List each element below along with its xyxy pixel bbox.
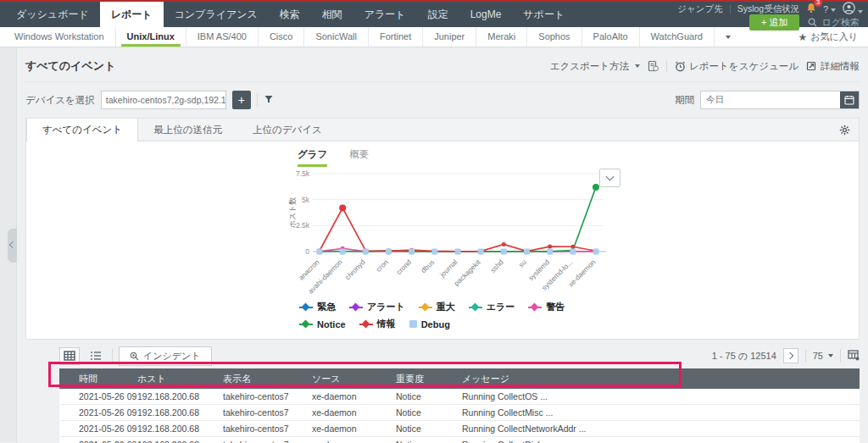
log-search-button[interactable]: ログ検索 [808, 16, 863, 29]
device-type-tab[interactable]: Unix/Linux [116, 27, 186, 47]
top-nav-item[interactable]: 検索 [269, 2, 311, 27]
device-type-tab[interactable]: WatchGuard [640, 27, 715, 47]
schedule-report-button[interactable]: レポートをスケジュール [675, 60, 798, 73]
add-device-button[interactable]: + [232, 91, 251, 109]
top-nav-item[interactable]: LogMe [459, 2, 513, 27]
add-button[interactable]: + 追加 [749, 14, 799, 30]
legend-item[interactable]: 警告 [528, 301, 565, 313]
chevron-down-icon [831, 8, 836, 12]
table-cell: 2021-05-26 09:12:22 [79, 440, 137, 443]
device-select-input[interactable]: takehiro-centos7,2g-sdp,192.168.83.2( [101, 91, 226, 109]
device-type-tab[interactable]: Windows Workstation [3, 27, 116, 47]
device-type-tab[interactable]: PaloAlto [582, 27, 640, 47]
legend-item[interactable]: エラー [469, 301, 515, 313]
device-type-tab[interactable]: Sophos [527, 27, 581, 47]
legend-item[interactable]: 情報 [359, 318, 396, 330]
legend-marker [409, 320, 417, 328]
table-cell: Notice [396, 391, 462, 401]
calendar-button[interactable] [840, 91, 859, 108]
table-header-cell[interactable]: 時間 [79, 373, 137, 385]
divider [805, 349, 806, 363]
table-cell: 2021-05-26 09:12:22 [79, 424, 137, 434]
chevron-down-icon [635, 64, 640, 68]
top-nav-item[interactable]: ダッシュボード [5, 2, 100, 27]
view-tab[interactable]: 最上位の送信元 [138, 119, 237, 141]
svg-text:5k: 5k [302, 196, 310, 204]
jump-to-link[interactable]: ジャンプ先 [677, 3, 722, 15]
legend-item[interactable]: Debug [409, 318, 450, 330]
legend-item[interactable]: Notice [299, 318, 346, 330]
svg-text:ホスト数: ホスト数 [288, 197, 297, 229]
table-header-cell[interactable]: メッセージ [462, 373, 860, 385]
top-nav-item[interactable]: アラート [353, 2, 417, 27]
table-header-cell[interactable]: 重要度 [396, 373, 462, 385]
table-cell: Notice [396, 407, 462, 418]
divider [840, 349, 841, 363]
divider [257, 93, 258, 107]
device-type-tab[interactable]: Fortinet [369, 27, 423, 47]
device-type-tab[interactable]: IBM AS/400 [186, 27, 259, 47]
legend-marker-dot [302, 302, 310, 311]
table-row[interactable]: 2021-05-26 09:12:22192.168.200.68takehir… [59, 389, 860, 405]
export-file-icon[interactable] [648, 60, 659, 72]
divider [25, 81, 860, 82]
device-select-label: デバイスを選択 [25, 94, 95, 107]
tab-summary[interactable]: 概要 [349, 148, 369, 167]
table-cell: takehiro-centos7 [223, 391, 312, 401]
notification-bell-icon[interactable]: 3 [806, 3, 816, 15]
filter-funnel-icon[interactable] [264, 92, 274, 108]
table-header-cell[interactable]: ソース [312, 373, 396, 385]
top-nav-item[interactable]: 相関 [311, 2, 353, 27]
device-type-tab[interactable]: SonicWall [304, 27, 369, 47]
legend-label: 警告 [546, 301, 565, 313]
table-cell: takehiro-centos7 [223, 440, 312, 443]
column-settings-icon[interactable] [848, 350, 860, 363]
device-type-tab[interactable]: Juniper [423, 27, 476, 47]
legend-marker [419, 307, 432, 308]
table-cell: takehiro-centos7 [223, 407, 312, 418]
help-menu[interactable]: ? [823, 4, 836, 14]
device-type-tab[interactable]: Meraki [476, 27, 527, 47]
period-input[interactable]: 今日 [700, 91, 860, 109]
favorites-button[interactable]: ★ お気に入り [798, 27, 868, 47]
device-type-tab[interactable]: Cisco [259, 27, 305, 47]
export-menu[interactable]: エクスポート方法 [550, 60, 640, 73]
device-type-tabs: Windows WorkstationUnix/LinuxIBM AS/400C… [0, 27, 740, 47]
side-panel-toggle[interactable] [8, 229, 17, 263]
table-view-button[interactable] [59, 347, 80, 365]
more-device-types-dropdown[interactable] [715, 27, 740, 47]
user-menu[interactable] [843, 2, 863, 16]
events-line-chart: 7.5k5k2.5k0ホスト数anacronavahi-daemonchrony… [287, 167, 622, 296]
calendar-icon [844, 95, 854, 105]
table-row[interactable]: 2021-05-26 09:12:22192.168.200.68takehir… [59, 405, 860, 421]
top-nav-item[interactable]: レポート [100, 2, 164, 27]
chart-collapse-button[interactable] [599, 169, 620, 187]
legend-marker-dot [420, 302, 429, 311]
gear-icon[interactable] [839, 124, 850, 139]
legend-item[interactable]: 重大 [419, 301, 455, 313]
next-page-button[interactable] [783, 348, 798, 363]
chart-legend: 緊急アラート重大エラー警告Notice情報Debug [299, 301, 613, 330]
syslog-status-link[interactable]: Syslog受信状況 [737, 3, 800, 15]
tab-graph[interactable]: グラフ [298, 148, 327, 167]
table-row[interactable]: 2021-05-26 09:12:22192.168.200.68takehir… [59, 437, 860, 443]
table-row[interactable]: 2021-05-26 09:12:22192.168.200.68takehir… [59, 421, 860, 437]
list-view-button[interactable] [86, 347, 106, 365]
legend-item[interactable]: 緊急 [299, 301, 336, 313]
table-header-cell[interactable]: 表示名 [223, 373, 312, 385]
table-header-cell[interactable]: ホスト [137, 373, 223, 385]
view-tab[interactable]: 上位のデバイス [237, 119, 337, 141]
pagination-range: 1 - 75 の 12514 [712, 350, 776, 363]
details-link[interactable]: 詳細情報 [806, 60, 860, 73]
top-nav-item[interactable]: コンプライアンス [164, 2, 269, 27]
top-nav-item[interactable]: サポート [512, 2, 576, 27]
incident-button[interactable]: インシデント [119, 346, 212, 366]
list-icon [90, 351, 102, 361]
legend-item[interactable]: アラート [349, 301, 405, 313]
legend-marker-dot [361, 319, 370, 328]
page-size-dropdown[interactable]: 75 [813, 351, 833, 361]
top-nav-item[interactable]: 設定 [417, 2, 459, 27]
svg-text:chronyd: chronyd [343, 257, 367, 281]
view-tab[interactable]: すべてのイベント [26, 119, 138, 141]
table-cell: 192.168.200.68 [137, 440, 223, 443]
